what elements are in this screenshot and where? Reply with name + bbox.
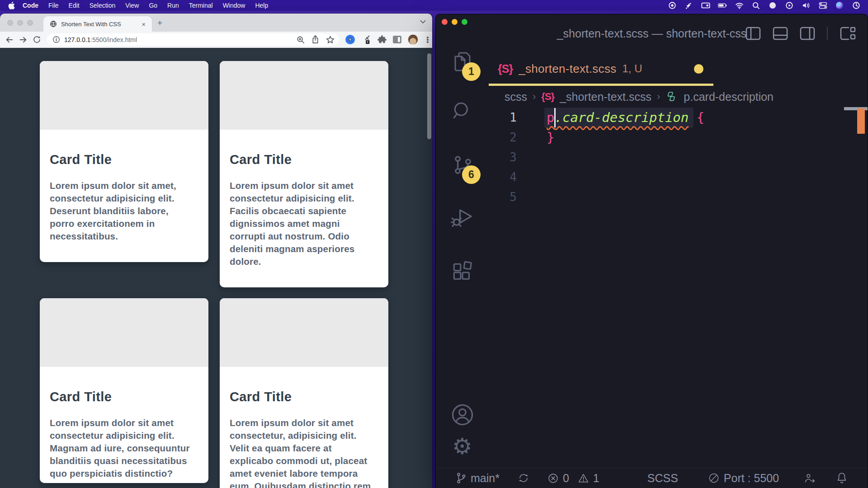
close-window-button[interactable] (7, 20, 13, 26)
menu-help[interactable]: Help (250, 2, 273, 9)
close-window-button[interactable] (442, 19, 448, 25)
zoom-window-button[interactable] (462, 19, 467, 25)
clock-icon[interactable] (852, 1, 861, 10)
modified-dot-icon[interactable] (694, 64, 703, 74)
url-text[interactable]: 127.0.0.1:5500/index.html (64, 36, 137, 43)
explorer-badge: 1 (462, 62, 481, 81)
url-path: :5500/index.html (90, 36, 137, 43)
tab-close-icon[interactable]: × (140, 20, 147, 28)
browser-tab[interactable]: Shorten Text With CSS × (43, 16, 152, 32)
back-button[interactable] (3, 36, 16, 44)
menu-go[interactable]: Go (144, 2, 162, 9)
password-manager-extension-icon[interactable] (345, 35, 355, 44)
url-host: 127.0.0.1 (64, 36, 90, 43)
rocket-icon[interactable] (684, 1, 693, 10)
port-label: Port : 5500 (724, 472, 779, 485)
forward-button[interactable] (16, 36, 30, 44)
problems-item[interactable]: 0 1 (547, 472, 599, 485)
play-circle-icon[interactable] (785, 1, 794, 10)
apple-menu-icon[interactable] (8, 2, 15, 9)
live-server-port-item[interactable]: Port : 5500 (708, 472, 779, 485)
breadcrumb-symbol[interactable]: p.card-description (684, 90, 774, 103)
zoom-window-button[interactable] (27, 20, 33, 26)
extensions-puzzle-icon[interactable] (377, 35, 387, 44)
breadcrumb-file[interactable]: _shorten-text.scss (560, 90, 651, 103)
address-bar[interactable]: 127.0.0.1:5500/index.html (47, 33, 339, 46)
reload-button[interactable] (30, 35, 43, 44)
editor-tab[interactable]: {S} _shorten-text.scss 1, U (489, 46, 713, 86)
card-title: Card Title (230, 389, 378, 404)
menu-terminal[interactable]: Terminal (184, 2, 218, 9)
new-tab-button[interactable]: + (157, 19, 162, 27)
notifications-bell-icon[interactable] (836, 472, 848, 484)
focus-icon[interactable] (768, 1, 777, 10)
breadcrumb-folder[interactable]: scss (505, 90, 527, 103)
customize-layout-icon[interactable] (840, 26, 856, 41)
minimize-window-button[interactable] (452, 19, 458, 25)
menu-edit[interactable]: Edit (64, 2, 85, 9)
extension-icons: ••• (345, 34, 431, 45)
page-scrollbar[interactable] (427, 53, 431, 139)
browser-traffic-lights (7, 20, 33, 26)
control-center-icon[interactable] (818, 1, 827, 10)
search-view-icon[interactable] (436, 96, 489, 127)
source-control-view-icon[interactable]: 6 (436, 149, 489, 181)
git-branch-item[interactable]: main* (456, 472, 500, 485)
tab-search-chevron-icon[interactable] (420, 20, 426, 24)
volume-icon[interactable] (802, 1, 811, 10)
breadcrumbs: scss › {S} _shorten-text.scss › p.card-d… (489, 86, 868, 108)
extensions-view-icon[interactable] (436, 257, 489, 288)
menubar-status-icons (668, 1, 863, 10)
menu-view[interactable]: View (120, 2, 144, 9)
card-description: Lorem ipsum dolor sit amet consectetur a… (50, 417, 198, 480)
bookmark-star-icon[interactable] (326, 36, 335, 44)
menu-window[interactable]: Window (218, 2, 250, 9)
active-tab-underline (489, 84, 713, 86)
branch-name: main* (471, 472, 500, 485)
scss-file-icon: {S} (541, 91, 554, 103)
browser-menu-icon[interactable]: ••• (425, 36, 431, 43)
text-cursor (554, 108, 556, 127)
card: Card Title Lorem ipsum dolor sit amet co… (220, 298, 388, 488)
sync-changes-button[interactable] (518, 472, 529, 484)
share-icon[interactable] (311, 35, 319, 44)
card: Card Title Lorem ipsum dolor sit amet, c… (40, 61, 208, 262)
colorpicker-extension-icon[interactable] (361, 35, 371, 45)
wifi-icon[interactable] (735, 1, 744, 10)
browser-window: Shorten Text With CSS × + 127.0.0.1:5500… (0, 14, 432, 488)
profile-avatar[interactable] (408, 34, 418, 45)
card-description: Lorem ipsum dolor sit amet consectetur a… (230, 179, 378, 268)
card-title: Card Title (50, 152, 198, 167)
search-icon[interactable] (751, 1, 760, 10)
explorer-view-icon[interactable]: 1 (436, 46, 489, 78)
menu-app-name[interactable]: Code (18, 2, 43, 9)
menu-file[interactable]: File (43, 2, 64, 9)
toggle-panel-icon[interactable] (773, 27, 788, 40)
account-icon[interactable] (436, 399, 489, 431)
language-mode-item[interactable]: SCSS (647, 472, 678, 485)
warning-count: 1 (593, 472, 599, 485)
menu-selection[interactable]: Selection (85, 2, 121, 9)
line-number-gutter: 1 2 3 4 5 (489, 108, 517, 207)
site-info-icon[interactable] (52, 36, 60, 43)
run-debug-view-icon[interactable] (436, 202, 489, 233)
minimize-window-button[interactable] (17, 20, 23, 26)
toggle-secondary-sidebar-icon[interactable] (800, 27, 815, 40)
feedback-icon[interactable] (804, 472, 816, 484)
settings-gear-icon[interactable]: ⚙ (436, 431, 489, 462)
card-description: Lorem ipsum dolor sit amet, consectetur … (50, 179, 198, 243)
record-icon[interactable] (668, 1, 677, 10)
tab-title: Shorten Text With CSS (61, 21, 140, 28)
source-control-badge: 6 (462, 165, 481, 184)
toggle-primary-sidebar-icon[interactable] (745, 27, 761, 40)
sidepanel-extension-icon[interactable] (393, 36, 401, 43)
menu-run[interactable]: Run (162, 2, 184, 9)
code-lines[interactable]: p.card-description { } (547, 108, 704, 147)
siri-icon[interactable] (835, 1, 844, 10)
vscode-traffic-lights (442, 19, 467, 25)
battery-icon[interactable] (718, 1, 727, 10)
desktop: Code File Edit Selection View Go Run Ter… (0, 0, 868, 488)
card-image-placeholder (40, 298, 208, 367)
zoom-page-icon[interactable] (297, 36, 305, 44)
screen-mirror-icon[interactable] (701, 1, 710, 10)
